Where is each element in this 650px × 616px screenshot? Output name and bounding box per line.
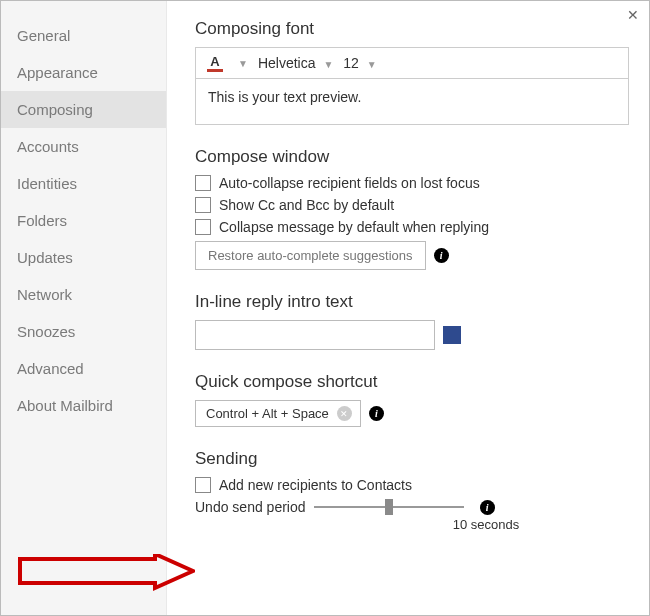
inline-reply-input[interactable]	[195, 320, 435, 350]
section-title-compose-window: Compose window	[195, 147, 629, 167]
checkbox-label: Auto-collapse recipient fields on lost f…	[219, 175, 480, 191]
font-toolbar: A ▼ Helvetica ▼ 12 ▼	[195, 47, 629, 79]
settings-content: Composing font A ▼ Helvetica ▼ 12 ▼ This…	[167, 1, 649, 615]
sidebar-item-about[interactable]: About Mailbird	[1, 387, 166, 424]
slider-thumb[interactable]	[385, 499, 393, 515]
sidebar-item-folders[interactable]: Folders	[1, 202, 166, 239]
font-size-dropdown[interactable]: 12 ▼	[343, 55, 376, 71]
settings-dialog: General Appearance Composing Accounts Id…	[1, 1, 649, 615]
checkbox-auto-collapse[interactable]	[195, 175, 211, 191]
sidebar-item-appearance[interactable]: Appearance	[1, 54, 166, 91]
chevron-down-icon: ▼	[323, 59, 333, 70]
chevron-down-icon: ▼	[367, 59, 377, 70]
checkbox-add-recipients[interactable]	[195, 477, 211, 493]
text-color-bar	[207, 69, 223, 72]
undo-send-slider[interactable]	[314, 499, 464, 515]
inline-reply-section: In-line reply intro text	[195, 292, 629, 350]
compose-window-section: Compose window Auto-collapse recipient f…	[195, 147, 629, 270]
sidebar-item-advanced[interactable]: Advanced	[1, 350, 166, 387]
section-title-quick-compose: Quick compose shortcut	[195, 372, 629, 392]
sidebar-item-general[interactable]: General	[1, 17, 166, 54]
sidebar-item-updates[interactable]: Updates	[1, 239, 166, 276]
info-icon[interactable]: i	[369, 406, 384, 421]
sending-section: Sending Add new recipients to Contacts U…	[195, 449, 629, 532]
checkbox-show-cc-bcc[interactable]	[195, 197, 211, 213]
checkbox-collapse-reply[interactable]	[195, 219, 211, 235]
section-title-composing-font: Composing font	[195, 19, 629, 39]
info-icon[interactable]: i	[434, 248, 449, 263]
chevron-down-icon[interactable]: ▼	[238, 58, 248, 69]
checkbox-label: Collapse message by default when replyin…	[219, 219, 489, 235]
close-button[interactable]: ✕	[627, 7, 639, 23]
sidebar-item-identities[interactable]: Identities	[1, 165, 166, 202]
undo-send-label: Undo send period	[195, 499, 306, 515]
text-color-button[interactable]: A	[206, 55, 224, 72]
font-preview-text: This is your text preview.	[208, 89, 361, 105]
clear-icon[interactable]: ✕	[337, 406, 352, 421]
font-family-dropdown[interactable]: Helvetica ▼	[258, 55, 333, 71]
checkbox-label: Add new recipients to Contacts	[219, 477, 412, 493]
checkbox-label: Show Cc and Bcc by default	[219, 197, 394, 213]
restore-autocomplete-button[interactable]: Restore auto-complete suggestions	[195, 241, 426, 270]
sidebar-item-accounts[interactable]: Accounts	[1, 128, 166, 165]
sidebar-item-snoozes[interactable]: Snoozes	[1, 313, 166, 350]
undo-send-value: 10 seconds	[343, 517, 629, 532]
inline-reply-color-swatch[interactable]	[443, 326, 461, 344]
font-preview-box: This is your text preview.	[195, 79, 629, 125]
sidebar-item-composing[interactable]: Composing	[1, 91, 166, 128]
quick-compose-section: Quick compose shortcut Control + Alt + S…	[195, 372, 629, 427]
text-color-a-icon: A	[210, 55, 219, 68]
font-size-value: 12	[343, 55, 359, 71]
info-icon[interactable]: i	[480, 500, 495, 515]
shortcut-value: Control + Alt + Space	[206, 406, 329, 421]
composing-font-section: Composing font A ▼ Helvetica ▼ 12 ▼ This…	[195, 19, 629, 125]
shortcut-field[interactable]: Control + Alt + Space ✕	[195, 400, 361, 427]
settings-sidebar: General Appearance Composing Accounts Id…	[1, 1, 167, 615]
sidebar-item-network[interactable]: Network	[1, 276, 166, 313]
section-title-inline-reply: In-line reply intro text	[195, 292, 629, 312]
section-title-sending: Sending	[195, 449, 629, 469]
font-family-value: Helvetica	[258, 55, 316, 71]
